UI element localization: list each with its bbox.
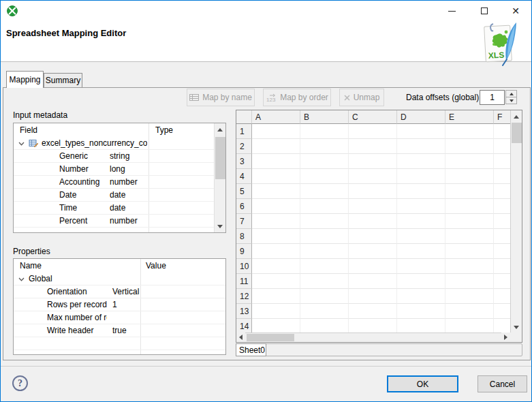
grid-corner-cell[interactable] (236, 110, 252, 124)
grid-cell[interactable] (349, 139, 397, 154)
grid-cell[interactable] (252, 289, 300, 304)
grid-column-header[interactable]: F (494, 110, 511, 124)
grid-cell[interactable] (252, 274, 300, 289)
scroll-down-icon[interactable] (511, 322, 522, 333)
grid-cell[interactable] (494, 139, 511, 154)
grid-cell[interactable] (494, 244, 511, 259)
grid-cell[interactable] (397, 199, 445, 214)
grid-cell[interactable] (300, 214, 349, 229)
grid-cell[interactable] (349, 229, 397, 244)
grid-row-header[interactable]: 2 (236, 139, 252, 154)
grid-cell[interactable] (397, 289, 445, 304)
grid-cell[interactable] (349, 274, 397, 289)
chevron-down-icon[interactable] (18, 274, 25, 283)
grid-cell[interactable] (300, 154, 349, 169)
grid-row-header[interactable]: 13 (236, 304, 252, 319)
scroll-left-icon[interactable] (236, 333, 245, 341)
grid-cell[interactable] (252, 214, 300, 229)
grid-cell[interactable] (494, 214, 511, 229)
grid-cell[interactable] (445, 139, 494, 154)
grid-cell[interactable] (300, 124, 349, 139)
grid-cell[interactable] (494, 154, 511, 169)
grid-cell[interactable] (300, 244, 349, 259)
grid-cell[interactable] (349, 304, 397, 319)
grid-cell[interactable] (445, 199, 494, 214)
minimize-button[interactable] (440, 1, 463, 21)
property-row[interactable]: Write headertrue (14, 324, 225, 337)
grid-cell[interactable] (494, 229, 511, 244)
grid-cell[interactable] (349, 214, 397, 229)
grid-cell[interactable] (349, 199, 397, 214)
grid-cell[interactable] (445, 154, 494, 169)
grid-cell[interactable] (349, 154, 397, 169)
sheet-tab[interactable]: Sheet0 (236, 343, 266, 356)
grid-cell[interactable] (397, 304, 445, 319)
grid-cell[interactable] (445, 169, 494, 184)
titlebar[interactable]: ✕ (1, 1, 531, 21)
field-row[interactable]: Timedate (14, 202, 225, 215)
grid-cell[interactable] (494, 274, 511, 289)
field-row[interactable]: Percentnumber (14, 215, 225, 228)
grid-cell[interactable] (397, 244, 445, 259)
scroll-up-icon[interactable] (215, 124, 225, 135)
chevron-down-icon[interactable] (18, 138, 25, 148)
cancel-button[interactable]: Cancel (478, 375, 527, 392)
unmap-button[interactable]: Unmap (339, 89, 384, 106)
grid-cell[interactable] (349, 259, 397, 274)
grid-row-header[interactable]: 11 (236, 274, 252, 289)
ok-button[interactable]: OK (387, 375, 458, 392)
data-offsets-input[interactable] (480, 90, 505, 105)
grid-cell[interactable] (397, 139, 445, 154)
grid-row-header[interactable]: 10 (236, 259, 252, 274)
grid-cell[interactable] (397, 124, 445, 139)
scroll-up-icon[interactable] (511, 111, 522, 122)
grid-cell[interactable] (494, 184, 511, 199)
grid-cell[interactable] (494, 304, 511, 319)
grid-row-header[interactable]: 3 (236, 154, 252, 169)
grid-cell[interactable] (300, 319, 349, 334)
grid-column-header[interactable]: D (397, 110, 445, 124)
grid-cell[interactable] (349, 319, 397, 334)
grid-cell[interactable] (397, 274, 445, 289)
grid-cell[interactable] (397, 259, 445, 274)
grid-cell[interactable] (300, 199, 349, 214)
maximize-button[interactable] (473, 1, 496, 21)
grid-cell[interactable] (300, 289, 349, 304)
grid-cell[interactable] (252, 184, 300, 199)
grid-cell[interactable] (349, 124, 397, 139)
grid-cell[interactable] (300, 274, 349, 289)
grid-cell[interactable] (252, 169, 300, 184)
grid-cell[interactable] (349, 184, 397, 199)
scrollbar-thumb[interactable] (512, 123, 522, 143)
grid-cell[interactable] (252, 199, 300, 214)
grid-cell[interactable] (252, 304, 300, 319)
scroll-down-icon[interactable] (215, 221, 225, 232)
grid-cell[interactable] (445, 274, 494, 289)
grid-row-header[interactable]: 4 (236, 169, 252, 184)
property-row[interactable]: Rows per record1 (14, 298, 225, 311)
grid-cell[interactable] (397, 319, 445, 334)
grid-cell[interactable] (349, 169, 397, 184)
grid-cell[interactable] (494, 319, 511, 334)
grid-cell[interactable] (252, 139, 300, 154)
metadata-root-row[interactable]: excel_types_noncurrency_con (14, 137, 225, 150)
grid-cell[interactable] (397, 154, 445, 169)
grid-row-header[interactable]: 8 (236, 229, 252, 244)
grid-column-header[interactable]: C (349, 110, 397, 124)
grid-vertical-scrollbar[interactable] (510, 110, 522, 333)
grid-cell[interactable] (397, 184, 445, 199)
property-row[interactable]: OrientationVertical (14, 285, 225, 298)
grid-cell[interactable] (397, 229, 445, 244)
grid-cell[interactable] (252, 124, 300, 139)
property-row[interactable]: Max number of records (14, 311, 225, 324)
grid-cell[interactable] (300, 304, 349, 319)
grid-cell[interactable] (445, 244, 494, 259)
grid-cell[interactable] (397, 214, 445, 229)
grid-cell[interactable] (300, 169, 349, 184)
grid-cell[interactable] (252, 259, 300, 274)
map-by-order-button[interactable]: 123 Map by order (263, 89, 331, 106)
grid-column-header[interactable]: E (445, 110, 494, 124)
grid-cell[interactable] (445, 304, 494, 319)
field-row[interactable]: Numberlong (14, 163, 225, 176)
grid-row-header[interactable]: 6 (236, 199, 252, 214)
